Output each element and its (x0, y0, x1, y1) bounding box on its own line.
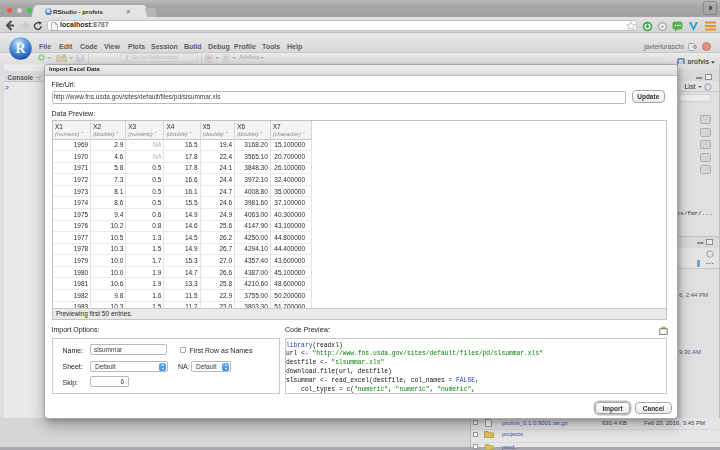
svg-text:R: R (15, 41, 26, 56)
